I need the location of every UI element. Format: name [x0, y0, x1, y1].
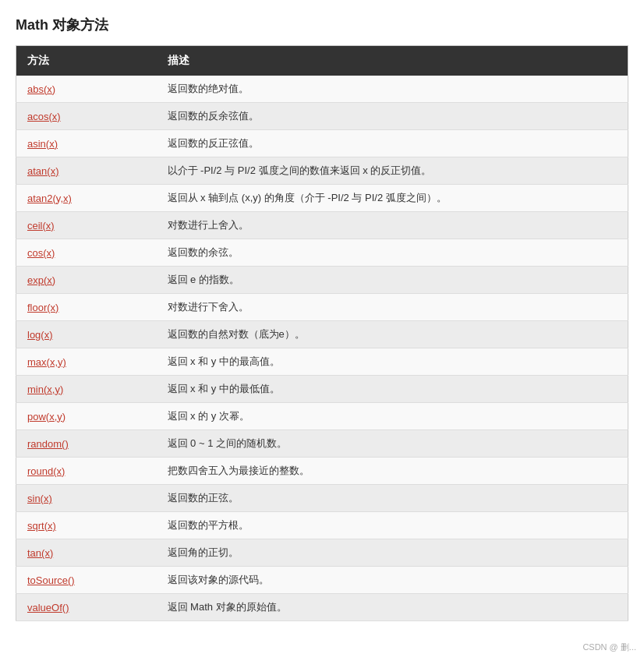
table-row: toSource()返回该对象的源代码。 [16, 567, 628, 594]
method-cell[interactable]: atan(x) [16, 157, 157, 185]
method-cell[interactable]: log(x) [16, 321, 157, 348]
method-cell[interactable]: acos(x) [16, 103, 157, 130]
table-row: atan2(y,x)返回从 x 轴到点 (x,y) 的角度（介于 -PI/2 与… [16, 185, 628, 212]
table-row: cos(x)返回数的余弦。 [16, 239, 628, 267]
method-cell[interactable]: floor(x) [16, 294, 157, 321]
description-cell: 返回 0 ~ 1 之间的随机数。 [157, 430, 628, 458]
description-cell: 返回数的绝对值。 [157, 76, 628, 103]
table-row: max(x,y)返回 x 和 y 中的最高值。 [16, 348, 628, 376]
description-cell: 把数四舍五入为最接近的整数。 [157, 458, 628, 485]
method-cell[interactable]: atan2(y,x) [16, 185, 157, 212]
table-row: sqrt(x)返回数的平方根。 [16, 512, 628, 539]
description-cell: 对数进行下舍入。 [157, 294, 628, 321]
description-cell: 返回该对象的源代码。 [157, 567, 628, 594]
table-row: asin(x)返回数的反正弦值。 [16, 130, 628, 157]
method-cell[interactable]: ceil(x) [16, 212, 157, 239]
description-cell: 返回数的反正弦值。 [157, 130, 628, 157]
col-header-method: 方法 [16, 46, 157, 76]
table-row: exp(x)返回 e 的指数。 [16, 267, 628, 294]
method-cell[interactable]: valueOf() [16, 594, 157, 621]
table-row: valueOf()返回 Math 对象的原始值。 [16, 594, 628, 621]
method-cell[interactable]: exp(x) [16, 267, 157, 294]
method-cell[interactable]: sqrt(x) [16, 512, 157, 539]
table-row: sin(x)返回数的正弦。 [16, 485, 628, 512]
description-cell: 返回 x 和 y 中的最低值。 [157, 376, 628, 403]
table-row: min(x,y)返回 x 和 y 中的最低值。 [16, 376, 628, 403]
description-cell: 返回数的余弦。 [157, 239, 628, 267]
col-header-description: 描述 [157, 46, 628, 76]
description-cell: 返回 x 的 y 次幂。 [157, 403, 628, 430]
table-row: random()返回 0 ~ 1 之间的随机数。 [16, 430, 628, 458]
method-cell[interactable]: tan(x) [16, 539, 157, 567]
description-cell: 返回 x 和 y 中的最高值。 [157, 348, 628, 376]
description-cell: 对数进行上舍入。 [157, 212, 628, 239]
method-cell[interactable]: min(x,y) [16, 376, 157, 403]
description-cell: 以介于 -PI/2 与 PI/2 弧度之间的数值来返回 x 的反正切值。 [157, 157, 628, 185]
table-row: pow(x,y)返回 x 的 y 次幂。 [16, 403, 628, 430]
method-cell[interactable]: sin(x) [16, 485, 157, 512]
method-cell[interactable]: toSource() [16, 567, 157, 594]
table-row: tan(x)返回角的正切。 [16, 539, 628, 567]
description-cell: 返回数的平方根。 [157, 512, 628, 539]
method-cell[interactable]: asin(x) [16, 130, 157, 157]
table-row: floor(x)对数进行下舍入。 [16, 294, 628, 321]
method-cell[interactable]: random() [16, 430, 157, 458]
description-cell: 返回 Math 对象的原始值。 [157, 594, 628, 621]
description-cell: 返回数的自然对数（底为e）。 [157, 321, 628, 348]
table-row: ceil(x)对数进行上舍入。 [16, 212, 628, 239]
table-row: acos(x)返回数的反余弦值。 [16, 103, 628, 130]
table-row: atan(x)以介于 -PI/2 与 PI/2 弧度之间的数值来返回 x 的反正… [16, 157, 628, 185]
page-title: Math 对象方法 [16, 16, 628, 34]
math-methods-table: 方法 描述 abs(x)返回数的绝对值。acos(x)返回数的反余弦值。asin… [16, 45, 628, 621]
method-cell[interactable]: abs(x) [16, 76, 157, 103]
description-cell: 返回从 x 轴到点 (x,y) 的角度（介于 -PI/2 与 PI/2 弧度之间… [157, 185, 628, 212]
method-cell[interactable]: max(x,y) [16, 348, 157, 376]
method-cell[interactable]: pow(x,y) [16, 403, 157, 430]
description-cell: 返回 e 的指数。 [157, 267, 628, 294]
description-cell: 返回角的正切。 [157, 539, 628, 567]
table-row: abs(x)返回数的绝对值。 [16, 76, 628, 103]
table-row: round(x)把数四舍五入为最接近的整数。 [16, 458, 628, 485]
method-cell[interactable]: round(x) [16, 458, 157, 485]
method-cell[interactable]: cos(x) [16, 239, 157, 267]
description-cell: 返回数的正弦。 [157, 485, 628, 512]
description-cell: 返回数的反余弦值。 [157, 103, 628, 130]
table-row: log(x)返回数的自然对数（底为e）。 [16, 321, 628, 348]
